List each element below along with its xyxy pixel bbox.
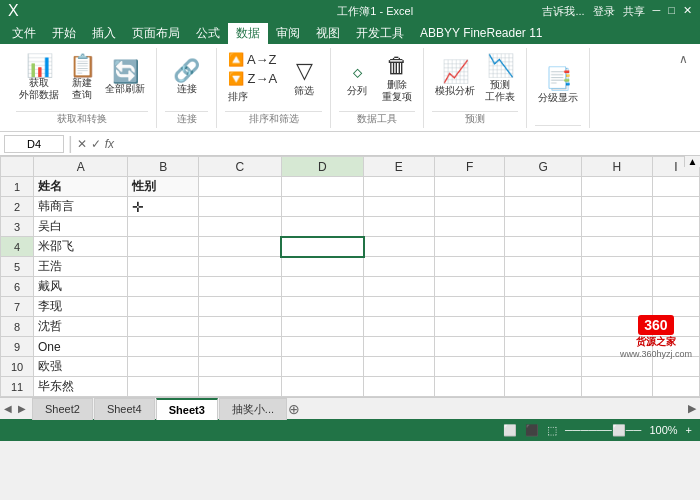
row-header-5[interactable]: 5 <box>1 257 34 277</box>
cell-E6[interactable] <box>364 277 435 297</box>
cell-name-box[interactable] <box>4 135 64 153</box>
menu-formula[interactable]: 公式 <box>188 23 228 44</box>
cell-G10[interactable] <box>505 357 582 377</box>
tab-scroll-left[interactable]: ◀ <box>4 403 12 414</box>
cell-A2[interactable]: 韩商言 <box>34 197 128 217</box>
row-header-6[interactable]: 6 <box>1 277 34 297</box>
sheet-tab-1[interactable]: Sheet4 <box>94 398 155 420</box>
cell-B8[interactable] <box>128 317 199 337</box>
cell-C3[interactable] <box>199 217 282 237</box>
col-header-g[interactable]: G <box>505 157 582 177</box>
cell-D7[interactable] <box>281 297 364 317</box>
row-header-11[interactable]: 11 <box>1 377 34 397</box>
sheet-tab-3[interactable]: 抽奖小... <box>219 398 287 420</box>
cell-E5[interactable] <box>364 257 435 277</box>
cell-E7[interactable] <box>364 297 435 317</box>
menu-review[interactable]: 审阅 <box>268 23 308 44</box>
cell-F2[interactable] <box>434 197 505 217</box>
cell-I3[interactable] <box>652 217 699 237</box>
cell-E9[interactable] <box>364 337 435 357</box>
cell-I6[interactable] <box>652 277 699 297</box>
cell-I2[interactable] <box>652 197 699 217</box>
cell-D4[interactable] <box>281 237 364 257</box>
row-header-7[interactable]: 7 <box>1 297 34 317</box>
tell-me[interactable]: 吉诉我... <box>542 4 584 19</box>
sort-za-btn[interactable]: 🔽 Z→A <box>225 70 280 87</box>
cell-I11[interactable] <box>652 377 699 397</box>
cell-H2[interactable] <box>582 197 653 217</box>
cell-D9[interactable] <box>281 337 364 357</box>
cell-B1[interactable]: 性别 <box>128 177 199 197</box>
cell-F9[interactable] <box>434 337 505 357</box>
cell-B2[interactable]: ✛ <box>128 197 199 217</box>
menu-data[interactable]: 数据 <box>228 23 268 44</box>
cell-H7[interactable] <box>582 297 653 317</box>
col-header-e[interactable]: E <box>364 157 435 177</box>
cell-I10[interactable] <box>652 357 699 377</box>
col-header-c[interactable]: C <box>199 157 282 177</box>
connect-btn[interactable]: 🔗 连接 <box>169 58 205 98</box>
zoom-in-btn[interactable]: + <box>686 424 692 436</box>
cell-A6[interactable]: 戴风 <box>34 277 128 297</box>
cell-A10[interactable]: 欧强 <box>34 357 128 377</box>
cell-C10[interactable] <box>199 357 282 377</box>
cell-B11[interactable] <box>128 377 199 397</box>
cell-C5[interactable] <box>199 257 282 277</box>
zoom-slider[interactable]: ──────⬜── <box>565 424 641 437</box>
sheet-tab-0[interactable]: Sheet2 <box>32 398 93 420</box>
cell-E4[interactable] <box>364 237 435 257</box>
cell-I7[interactable] <box>652 297 699 317</box>
split-col-btn[interactable]: ⬦ 分列 <box>339 56 375 100</box>
col-header-h[interactable]: H <box>582 157 653 177</box>
cell-F3[interactable] <box>434 217 505 237</box>
menu-pagelayout[interactable]: 页面布局 <box>124 23 188 44</box>
cell-G3[interactable] <box>505 217 582 237</box>
cell-G11[interactable] <box>505 377 582 397</box>
remove-dup-btn[interactable]: 🗑 删除重复项 <box>379 51 415 105</box>
sheet-tab-2[interactable]: Sheet3 <box>156 398 218 420</box>
cell-D6[interactable] <box>281 277 364 297</box>
cell-C7[interactable] <box>199 297 282 317</box>
menu-abbyy[interactable]: ABBYY FineReader 11 <box>412 24 551 42</box>
cell-E10[interactable] <box>364 357 435 377</box>
cell-B3[interactable] <box>128 217 199 237</box>
what-if-btn[interactable]: 📈 模拟分析 <box>432 57 478 99</box>
cell-D11[interactable] <box>281 377 364 397</box>
cell-F4[interactable] <box>434 237 505 257</box>
cell-H3[interactable] <box>582 217 653 237</box>
maximize-btn[interactable]: □ <box>668 4 675 19</box>
cell-E8[interactable] <box>364 317 435 337</box>
cell-F6[interactable] <box>434 277 505 297</box>
menu-home[interactable]: 开始 <box>44 23 84 44</box>
cell-A8[interactable]: 沈哲 <box>34 317 128 337</box>
menu-view[interactable]: 视图 <box>308 23 348 44</box>
cell-F11[interactable] <box>434 377 505 397</box>
scroll-right-indicator[interactable]: ▶ <box>688 402 696 415</box>
cell-A4[interactable]: 米邵飞 <box>34 237 128 257</box>
row-header-1[interactable]: 1 <box>1 177 34 197</box>
cell-B10[interactable] <box>128 357 199 377</box>
cell-C6[interactable] <box>199 277 282 297</box>
row-header-9[interactable]: 9 <box>1 337 34 357</box>
insert-function-icon[interactable]: fx <box>105 137 114 151</box>
outline-btn[interactable]: 📑 分级显示 <box>535 64 581 106</box>
forecast-btn[interactable]: 📉 预测工作表 <box>482 51 518 105</box>
cell-D1[interactable] <box>281 177 364 197</box>
sort-az-btn[interactable]: 🔼 A→Z <box>225 51 280 68</box>
cell-I1[interactable] <box>652 177 699 197</box>
minimize-btn[interactable]: ─ <box>653 4 661 19</box>
cell-F5[interactable] <box>434 257 505 277</box>
get-external-data-btn[interactable]: 📊 获取外部数据 <box>16 53 62 103</box>
view-pagebreak-btn[interactable]: ⬚ <box>547 424 557 437</box>
new-query-btn[interactable]: 📋 新建查询 <box>64 53 100 103</box>
ribbon-collapse-btn[interactable]: ∧ <box>675 48 692 70</box>
cell-H5[interactable] <box>582 257 653 277</box>
cell-D8[interactable] <box>281 317 364 337</box>
cell-H4[interactable] <box>582 237 653 257</box>
cell-G1[interactable] <box>505 177 582 197</box>
cell-F7[interactable] <box>434 297 505 317</box>
cell-E3[interactable] <box>364 217 435 237</box>
cell-I4[interactable] <box>652 237 699 257</box>
cell-H11[interactable] <box>582 377 653 397</box>
cell-D5[interactable] <box>281 257 364 277</box>
